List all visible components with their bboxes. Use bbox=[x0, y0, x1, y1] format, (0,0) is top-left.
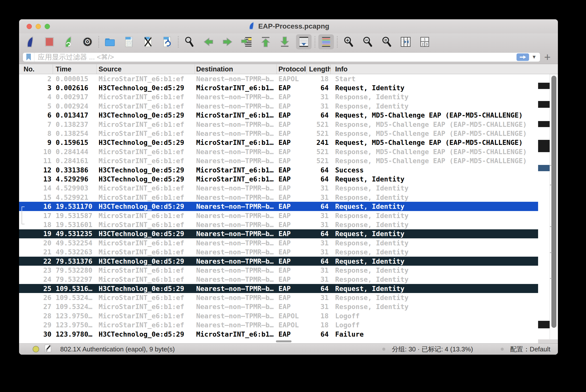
cell-dest: Nearest–non–TPMR–b… bbox=[195, 130, 277, 137]
save-file-icon[interactable]: 010100110101110 bbox=[121, 34, 137, 49]
filter-bookmark-icon[interactable] bbox=[23, 53, 34, 62]
wireshark-window: EAP-Process.pcapng ⚙ 010100110101110 bbox=[19, 19, 558, 355]
cell-time: 49.531235 bbox=[53, 230, 97, 238]
packet-row[interactable]: 2049.532254MicroStarINT_e6:b1:efNearest–… bbox=[19, 238, 538, 247]
packet-row[interactable]: 1719.531587MicroStarINT_e6:b1:efNearest–… bbox=[19, 211, 538, 220]
packet-row[interactable]: 29123.9750…MicroStarINT_e6:b1:efNearest–… bbox=[19, 321, 538, 330]
scrollbar-corner bbox=[538, 339, 558, 343]
cell-time: 123.9750… bbox=[53, 312, 97, 320]
add-filter-button[interactable]: + bbox=[540, 52, 554, 62]
start-capture-icon[interactable] bbox=[23, 34, 38, 49]
window-title: EAP-Process.pcapng bbox=[258, 22, 329, 30]
packet-row[interactable]: 120.331386H3CTechnolog_0e:d5:29MicroStar… bbox=[19, 165, 538, 174]
cell-len: 31 bbox=[307, 266, 331, 274]
packet-row[interactable]: 27109.5324…MicroStarINT_e6:b1:efNearest–… bbox=[19, 302, 538, 311]
packet-row[interactable]: 2379.532280MicroStarINT_e6:b1:efNearest–… bbox=[19, 266, 538, 275]
capture-comment-icon[interactable] bbox=[45, 345, 51, 354]
close-button[interactable] bbox=[27, 24, 32, 29]
packet-row[interactable]: 30123.9780…H3CTechnolog_0e:d5:29MicroSta… bbox=[19, 330, 538, 339]
cell-dest: Nearest–non–TPMR–b… bbox=[195, 257, 277, 265]
column-header-filler bbox=[538, 64, 558, 74]
packet-row[interactable]: 144.529903MicroStarINT_e6:b1:efNearest–n… bbox=[19, 184, 538, 193]
vertical-scrollbar-thumb[interactable] bbox=[551, 76, 556, 328]
packet-row[interactable]: 40.002917MicroStarINT_e6:b1:efNearest–no… bbox=[19, 92, 538, 102]
column-header-info[interactable]: Info bbox=[331, 64, 538, 74]
apply-filter-button[interactable] bbox=[517, 53, 529, 61]
column-header-no[interactable]: No. bbox=[19, 64, 53, 74]
colorize-packets-icon[interactable] bbox=[318, 34, 334, 49]
first-packet-icon[interactable] bbox=[258, 34, 273, 49]
packet-row[interactable]: 25109.5316…H3CTechnolog_0e:d5:29Nearest–… bbox=[19, 284, 538, 293]
go-to-packet-icon[interactable] bbox=[239, 34, 254, 49]
horizontal-scrollbar-thumb[interactable] bbox=[276, 340, 291, 342]
svg-text:01110: 01110 bbox=[126, 44, 132, 47]
restart-capture-icon[interactable] bbox=[61, 34, 76, 49]
profile-label[interactable]: 配置：Default bbox=[510, 345, 550, 354]
vertical-scrollbar-track[interactable] bbox=[550, 74, 558, 339]
cell-source: MicroStarINT_e6:b1:ef bbox=[97, 312, 195, 320]
packet-row[interactable]: 50.002924MicroStarINT_e6:b1:efNearest–no… bbox=[19, 102, 538, 111]
packet-row[interactable]: 1949.531235H3CTechnolog_0e:d5:29Nearest–… bbox=[19, 229, 538, 238]
packet-row[interactable]: 70.138237MicroStarINT_e6:b1:efNearest–no… bbox=[19, 120, 538, 129]
next-packet-icon[interactable] bbox=[220, 34, 235, 49]
packet-row[interactable]: 26109.5324…MicroStarINT_e6:b1:efNearest–… bbox=[19, 293, 538, 302]
auto-scroll-icon[interactable] bbox=[296, 34, 312, 49]
title-bar[interactable]: EAP-Process.pcapng bbox=[19, 19, 558, 33]
packet-row[interactable]: 110.284161MicroStarINT_e6:b1:efNearest–n… bbox=[19, 156, 538, 165]
layout-icon[interactable]: 123 bbox=[417, 34, 432, 49]
stop-capture-icon[interactable] bbox=[42, 34, 57, 49]
resize-columns-icon[interactable] bbox=[398, 34, 413, 49]
reload-file-icon[interactable] bbox=[159, 34, 175, 49]
display-filter-field[interactable]: ▼ bbox=[23, 52, 540, 62]
packet-row[interactable]: 30.002616H3CTechnolog_0e:d5:29MicroStarI… bbox=[19, 83, 538, 92]
open-file-icon[interactable] bbox=[102, 34, 118, 49]
cell-info: Response, Identity bbox=[331, 248, 538, 256]
cell-time: 19.531601 bbox=[53, 221, 97, 229]
expert-info-icon[interactable] bbox=[33, 346, 39, 352]
filter-dropdown-chevron-icon[interactable]: ▼ bbox=[532, 54, 537, 60]
cell-proto: EAP bbox=[277, 330, 307, 338]
cell-proto: EAP bbox=[277, 166, 307, 174]
packet-row[interactable]: 20.000015MicroStarINT_e6:b1:efNearest–no… bbox=[19, 74, 538, 83]
packet-row[interactable]: 100.284144MicroStarINT_e6:b1:efNearest–n… bbox=[19, 147, 538, 156]
previous-packet-icon[interactable] bbox=[201, 34, 216, 49]
minimap-block bbox=[538, 321, 550, 328]
close-file-icon[interactable] bbox=[140, 34, 156, 49]
cell-source: MicroStarINT_e6:b1:ef bbox=[97, 248, 195, 256]
packet-row[interactable]: 28123.9750…MicroStarINT_e6:b1:efNearest–… bbox=[19, 311, 538, 320]
cell-len: 64 bbox=[307, 230, 331, 238]
packet-row[interactable]: 90.159615H3CTechnolog_0e:d5:29MicroStarI… bbox=[19, 138, 538, 147]
packet-row[interactable]: 154.529921MicroStarINT_e6:b1:efNearest–n… bbox=[19, 193, 538, 202]
minimize-button[interactable] bbox=[36, 24, 41, 29]
cell-proto: EAP bbox=[277, 148, 307, 156]
find-packet-icon[interactable] bbox=[182, 34, 197, 49]
packet-row[interactable]: 1619.531170H3CTechnolog_0e:d5:29Nearest–… bbox=[19, 202, 538, 211]
svg-text:=: = bbox=[384, 38, 387, 43]
capture-options-icon[interactable]: ⚙ bbox=[80, 34, 95, 49]
zoom-original-icon[interactable]: = bbox=[379, 34, 394, 49]
column-header-time[interactable]: Time bbox=[53, 64, 97, 74]
column-header-protocol[interactable]: Protocol bbox=[277, 64, 307, 74]
cell-len: 18 bbox=[307, 75, 331, 83]
last-packet-icon[interactable] bbox=[277, 34, 292, 49]
packet-row[interactable]: 60.013417H3CTechnolog_0e:d5:29MicroStarI… bbox=[19, 111, 538, 120]
cell-proto: EAP bbox=[277, 266, 307, 274]
column-header-source[interactable]: Source bbox=[97, 64, 195, 74]
column-header-length[interactable]: Length bbox=[307, 64, 331, 74]
zoom-out-icon[interactable]: − bbox=[360, 34, 375, 49]
horizontal-scrollbar[interactable] bbox=[19, 339, 558, 343]
zoom-button[interactable] bbox=[45, 24, 50, 29]
packet-row[interactable]: 2479.532297MicroStarINT_e6:b1:efNearest–… bbox=[19, 275, 538, 284]
cell-dest: Nearest–non–TPMR–b… bbox=[195, 275, 277, 283]
display-filter-input[interactable] bbox=[34, 53, 517, 61]
cell-source: MicroStarINT_e6:b1:ef bbox=[97, 102, 195, 110]
cell-len: 64 bbox=[307, 203, 331, 210]
svg-text:⚙: ⚙ bbox=[84, 38, 91, 46]
column-header-destination[interactable]: Destination bbox=[195, 64, 277, 74]
packet-row[interactable]: 80.138254MicroStarINT_e6:b1:efNearest–no… bbox=[19, 129, 538, 138]
zoom-in-icon[interactable]: + bbox=[341, 34, 356, 49]
packet-row[interactable]: 134.529296H3CTechnolog_0e:d5:29MicroStar… bbox=[19, 174, 538, 183]
packet-row[interactable]: 1819.531601MicroStarINT_e6:b1:efNearest–… bbox=[19, 220, 538, 229]
packet-row[interactable]: 2279.531376H3CTechnolog_0e:d5:29Nearest–… bbox=[19, 257, 538, 266]
packet-row[interactable]: 2149.532263MicroStarINT_e6:b1:efNearest–… bbox=[19, 247, 538, 256]
